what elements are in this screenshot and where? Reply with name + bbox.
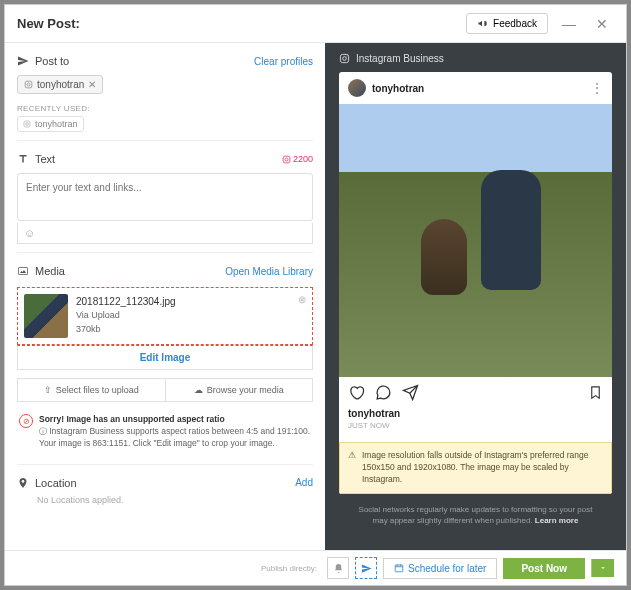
text-icon <box>17 153 29 165</box>
svg-rect-0 <box>25 81 32 88</box>
instagram-icon <box>339 53 350 64</box>
location-empty: No Locations applied. <box>17 493 313 511</box>
svg-rect-10 <box>395 565 403 572</box>
upload-icon: ⇧ <box>44 385 52 395</box>
learn-more-link[interactable]: Learn more <box>535 516 579 525</box>
svg-point-5 <box>285 158 288 161</box>
recent-profile-chip[interactable]: tonyhotran <box>17 116 84 132</box>
bookmark-icon[interactable] <box>588 384 603 401</box>
aspect-ratio-warning: ⊘ Sorry! Image has an unsupported aspect… <box>17 408 313 456</box>
cloud-icon: ☁ <box>194 385 203 395</box>
preview-panel: Instagram Business tonyhotran ⋮ tony <box>325 43 626 550</box>
publish-directly-label: Publish directly: <box>261 564 317 573</box>
preview-network-label: Instagram Business <box>339 53 612 64</box>
char-count: 2200 <box>282 154 313 164</box>
chevron-down-icon <box>599 564 607 572</box>
recently-used-label: RECENTLY USED: <box>17 104 313 113</box>
media-source: Via Upload <box>76 309 176 323</box>
post-now-button[interactable]: Post Now <box>503 558 585 579</box>
instagram-icon <box>24 80 33 89</box>
browse-media-button[interactable]: ☁ Browse your media <box>165 378 314 402</box>
instagram-icon <box>282 155 291 164</box>
svg-rect-4 <box>283 156 290 163</box>
calendar-icon <box>394 563 404 573</box>
remove-media-icon[interactable]: ⊗ <box>298 294 306 305</box>
post-to-header: Post to Clear profiles <box>17 51 313 71</box>
warning-triangle-icon: ⚠ <box>348 450 356 486</box>
feedback-button[interactable]: Feedback <box>466 13 548 34</box>
bottom-toolbar: Publish directly: Schedule for later Pos… <box>5 550 626 585</box>
avatar <box>348 79 366 97</box>
minimize-button[interactable]: — <box>556 16 582 32</box>
megaphone-icon <box>477 18 488 29</box>
profile-chip[interactable]: tonyhotran ✕ <box>17 75 103 94</box>
emoji-button[interactable]: ☺ <box>17 223 313 244</box>
post-now-dropdown[interactable] <box>591 559 614 577</box>
comment-icon[interactable] <box>375 384 392 401</box>
bell-icon <box>333 563 344 574</box>
remove-profile-icon[interactable]: ✕ <box>88 79 96 90</box>
warning-icon: ⊘ <box>19 414 33 428</box>
media-header: Media Open Media Library <box>17 261 313 281</box>
open-media-library-link[interactable]: Open Media Library <box>225 266 313 277</box>
location-icon <box>17 477 29 489</box>
close-button[interactable]: ✕ <box>590 16 614 32</box>
image-icon <box>17 265 29 277</box>
compose-panel: Post to Clear profiles tonyhotran ✕ RECE… <box>5 43 325 550</box>
preview-username: tonyhotran <box>372 83 585 94</box>
svg-point-8 <box>343 57 347 61</box>
schedule-button[interactable]: Schedule for later <box>383 558 497 579</box>
titlebar: New Post: Feedback — ✕ <box>5 5 626 43</box>
svg-rect-2 <box>24 121 30 127</box>
notify-option[interactable] <box>327 557 349 579</box>
upload-actions: ⇧ Select files to upload ☁ Browse your m… <box>17 378 313 402</box>
svg-point-1 <box>27 83 30 86</box>
text-header: Text 2200 <box>17 149 313 169</box>
share-icon[interactable] <box>402 384 419 401</box>
send-icon <box>361 563 372 574</box>
preview-photo <box>339 104 612 377</box>
select-files-button[interactable]: ⇧ Select files to upload <box>17 378 165 402</box>
location-header: Location Add <box>17 473 313 493</box>
post-text-input[interactable] <box>17 173 313 221</box>
preview-caption-user: tonyhotran <box>348 408 603 419</box>
clear-profiles-link[interactable]: Clear profiles <box>254 56 313 67</box>
svg-rect-7 <box>340 54 348 62</box>
preview-disclaimer: Social networks regularly make updates t… <box>339 494 612 528</box>
media-thumbnail <box>24 294 68 338</box>
instagram-icon <box>23 120 31 128</box>
direct-publish-option[interactable] <box>355 557 377 579</box>
edit-image-button[interactable]: Edit Image <box>17 345 313 370</box>
window-title: New Post: <box>17 16 458 31</box>
media-attachment[interactable]: 20181122_112304.jpg Via Upload 370kb ⊗ <box>17 287 313 345</box>
media-filename: 20181122_112304.jpg <box>76 294 176 309</box>
svg-rect-6 <box>19 268 28 275</box>
add-location-link[interactable]: Add <box>295 477 313 488</box>
content-area: Post to Clear profiles tonyhotran ✕ RECE… <box>5 43 626 550</box>
svg-point-9 <box>347 56 348 57</box>
instagram-preview-card: tonyhotran ⋮ tonyhotran just now ⚠ <box>339 72 612 494</box>
resolution-warning: ⚠ Image resolution falls outside of Inst… <box>339 442 612 494</box>
svg-point-3 <box>26 123 29 126</box>
preview-timestamp: just now <box>348 421 603 430</box>
heart-icon[interactable] <box>348 384 365 401</box>
new-post-window: New Post: Feedback — ✕ Post to Clear pro… <box>4 4 627 586</box>
post-menu-icon[interactable]: ⋮ <box>591 81 603 95</box>
media-size: 370kb <box>76 323 176 337</box>
send-icon <box>17 55 29 67</box>
